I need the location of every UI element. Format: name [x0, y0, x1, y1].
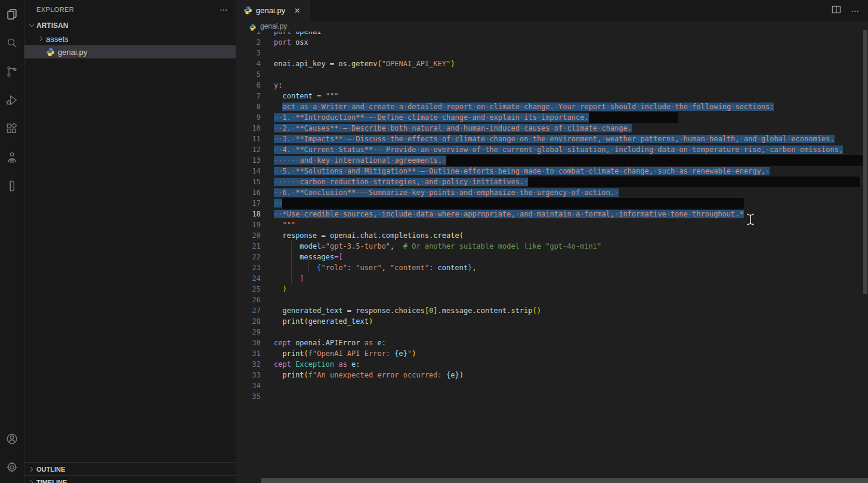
panel-label: OUTLINE	[36, 466, 65, 473]
activity-bar	[0, 0, 24, 483]
code-line-17[interactable]: 17··	[236, 198, 868, 209]
code-token: print	[282, 371, 304, 379]
line-number: 8	[236, 101, 261, 112]
code-line-24[interactable]: 24 ]	[236, 273, 868, 284]
code-token: ··2.·**Causes**·—·Describe·both·natural·…	[274, 124, 632, 132]
code-line-3[interactable]: 3	[236, 48, 868, 58]
code-line-19[interactable]: 19 """	[236, 219, 868, 230]
code-token: ··4.·**Current·Status**·—·Provide·an·ove…	[274, 145, 843, 154]
line-number: 9	[236, 112, 261, 123]
code-token: print	[282, 317, 304, 326]
code-line-16[interactable]: 16··6.·**Conclusion**·—·Summarize·key·po…	[236, 187, 868, 198]
code-token: :	[382, 339, 386, 347]
code-line-14[interactable]: 14··5.·**Solutions·and·Mitigation**·—·Ou…	[236, 166, 868, 177]
redacted-block	[282, 198, 744, 209]
code-line-6[interactable]: 6y:	[236, 80, 868, 91]
search-icon	[5, 36, 18, 49]
code-line-27[interactable]: 27 generated_text = response.choices[0].…	[236, 305, 868, 316]
code-line-5[interactable]: 5	[236, 69, 868, 80]
code-token: ··5.·**Solutions·and·Mitigation**·—·Outl…	[274, 167, 770, 175]
tree-root-folder[interactable]: ARTISAN	[24, 19, 236, 32]
code-line-31[interactable]: 31 print(f"OpenAI API Error: {e}")	[236, 348, 868, 359]
code-line-15[interactable]: 15······carbon·reduction·strategies,·and…	[236, 177, 868, 187]
editor-body[interactable]: genai.py 1port openai2port osx34enai.api…	[236, 21, 868, 483]
code-line-7[interactable]: 7 content = """	[236, 91, 868, 101]
line-number: 19	[236, 219, 261, 230]
activity-extensions-button[interactable]	[0, 114, 24, 143]
code-token	[274, 349, 282, 358]
breadcrumb[interactable]: genai.py	[236, 21, 868, 32]
code-token: (	[377, 60, 381, 68]
code-lines: 1port openai2port osx34enai.api_key = os…	[236, 26, 868, 402]
tab-genai-py[interactable]: genai.py ✕	[236, 0, 310, 21]
line-number: 16	[236, 187, 261, 198]
code-line-35[interactable]: 35	[236, 391, 868, 402]
code-line-34[interactable]: 34	[236, 380, 868, 391]
code-line-9[interactable]: 9··1.·**Introduction**·—·Define·climate·…	[236, 112, 868, 123]
explorer-more-actions-icon[interactable]: ⋯	[220, 5, 228, 14]
code-line-33[interactable]: 33 print(f"An unexpected error occurred:…	[236, 370, 868, 380]
code-line-2[interactable]: 2port osx	[236, 37, 868, 48]
code-token: e	[347, 360, 356, 369]
activity-book-extension-button[interactable]	[0, 172, 24, 200]
activity-person-extension-button[interactable]	[0, 143, 24, 172]
line-number: 22	[236, 252, 261, 262]
code-token: ··*Use·credible·sources,·include·data·wh…	[274, 210, 744, 218]
code-line-26[interactable]: 26	[236, 295, 868, 305]
activity-settings-gear-button[interactable]	[0, 453, 24, 482]
indent-guide	[291, 262, 292, 273]
code-token: :	[429, 264, 437, 272]
code-line-29[interactable]: 29	[236, 327, 868, 338]
explorer-sidebar: EXPLORER ⋯ ARTISANassetsgenai.py OUTLINE…	[24, 0, 236, 483]
code-token: =	[321, 242, 325, 250]
line-number: 11	[236, 134, 261, 144]
code-token: {e}	[446, 371, 459, 379]
code-token: .message.content.	[438, 306, 511, 315]
code-token: ,	[472, 264, 476, 272]
code-token: {e}	[394, 349, 407, 358]
code-token: )	[282, 285, 286, 293]
activity-run-debug-button[interactable]	[0, 86, 24, 114]
horizontal-scrollbar-thumb[interactable]	[261, 478, 868, 483]
code-token: (	[304, 317, 308, 326]
code-line-10[interactable]: 10··2.·**Causes**·—·Describe·both·natura…	[236, 123, 868, 134]
activity-search-button[interactable]	[0, 29, 24, 57]
file-tree: ARTISANassetsgenai.py	[24, 19, 236, 58]
line-number: 33	[236, 370, 261, 380]
code-line-12[interactable]: 12··4.·**Current·Status**·—·Provide·an·o…	[236, 144, 868, 155]
code-token: ··1.·**Introduction**·—·Define·climate·c…	[274, 113, 589, 122]
chevron-right-icon	[27, 478, 36, 483]
tab-label: genai.py	[256, 6, 285, 15]
split-editor-button[interactable]	[829, 3, 844, 18]
panel-outline[interactable]: OUTLINE	[24, 462, 236, 476]
indent-guide	[291, 252, 292, 262]
code-line-21[interactable]: 21 model="gpt-3.5-turbo", # Or another s…	[236, 241, 868, 252]
tree-item-label: genai.py	[58, 48, 87, 57]
code-line-32[interactable]: 32cept Exception as e:	[236, 359, 868, 370]
code-line-25[interactable]: 25 )	[236, 284, 868, 295]
code-token: ··6.·**Conclusion**·—·Summarize·key·poin…	[274, 188, 619, 197]
tree-item-genai-py[interactable]: genai.py	[24, 45, 236, 58]
tree-item-assets[interactable]: assets	[24, 32, 236, 45]
tab-close-icon[interactable]: ✕	[291, 5, 303, 17]
activity-files-button[interactable]	[0, 0, 24, 29]
code-line-22[interactable]: 22 messages=[	[236, 252, 868, 262]
activity-account-button[interactable]	[0, 425, 24, 453]
code-line-20[interactable]: 20 response = openai.chat.completions.cr…	[236, 230, 868, 241]
panel-timeline[interactable]: TIMELINE	[24, 475, 236, 483]
activity-source-control-button[interactable]	[0, 57, 24, 86]
code-line-8[interactable]: 8 act·as·a·Writer·and·create·a·detailed·…	[236, 101, 868, 112]
code-line-18[interactable]: 18··*Use·credible·sources,·include·data·…	[236, 209, 868, 219]
code-line-13[interactable]: 13······and·key·international·agreements…	[236, 155, 868, 166]
code-line-11[interactable]: 11··3.·**Impacts**·—·Discuss·the·effects…	[236, 134, 868, 144]
code-line-30[interactable]: 30cept openai.APIError as e:	[236, 338, 868, 348]
code-line-4[interactable]: 4enai.api_key = os.getenv("OPENAI_API_KE…	[236, 58, 868, 69]
code-line-28[interactable]: 28 print(generated_text)	[236, 316, 868, 327]
vertical-scrollbar-thumb[interactable]	[863, 30, 867, 294]
code-line-23[interactable]: 23 {"role": "user", "content": content},	[236, 262, 868, 273]
code-token: (	[304, 349, 308, 358]
breadcrumb-file-label: genai.py	[260, 22, 287, 30]
more-actions-button[interactable]: ⋯	[848, 3, 863, 18]
sidebar-header: EXPLORER ⋯	[24, 0, 236, 19]
code-token	[274, 306, 282, 315]
